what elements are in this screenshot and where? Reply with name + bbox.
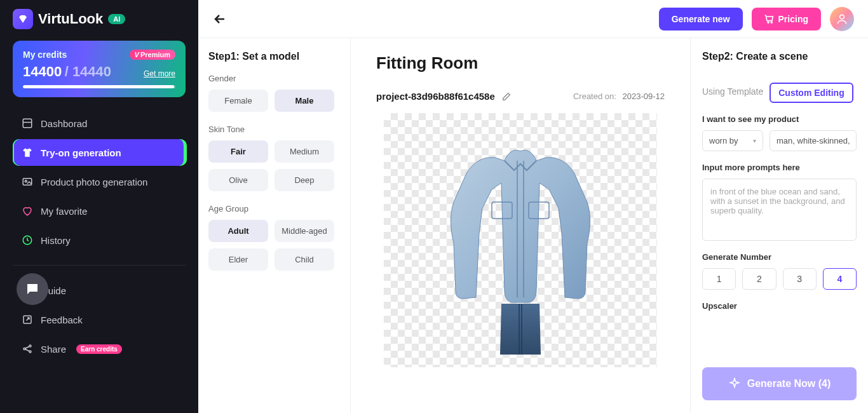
cart-icon	[764, 14, 775, 24]
gender-option-female[interactable]: Female	[208, 90, 268, 112]
sidebar-item-label: History	[41, 235, 71, 246]
sidebar-item-favorite[interactable]: My favorite	[13, 198, 186, 224]
age-option-elder[interactable]: Elder	[208, 248, 268, 271]
gen-number-label: Generate Number	[702, 252, 857, 262]
dashboard-icon	[22, 118, 33, 129]
upscaler-label: Upscaler	[702, 301, 857, 311]
chevron-down-icon: ▾	[753, 137, 756, 144]
generate-new-button[interactable]: Generate new	[659, 8, 743, 30]
premium-badge: VPremium	[130, 50, 175, 60]
skin-label: Skin Tone	[208, 125, 340, 134]
chat-button[interactable]	[17, 273, 48, 305]
pricing-button[interactable]: Pricing	[752, 8, 821, 30]
age-option-middle[interactable]: Middle-aged	[275, 220, 334, 242]
credits-progress	[23, 85, 175, 88]
svg-point-10	[768, 22, 769, 23]
credits-total: 14440	[72, 64, 111, 79]
svg-point-2	[25, 180, 27, 182]
shirt-icon	[22, 147, 33, 158]
svg-point-12	[840, 15, 844, 19]
svg-point-8	[29, 345, 31, 347]
age-option-child[interactable]: Child	[275, 248, 334, 271]
skin-option-medium[interactable]: Medium	[275, 140, 334, 163]
created-on: Created on: 2023-09-12	[573, 91, 665, 101]
gen-num-4[interactable]: 4	[823, 268, 857, 290]
share-icon	[22, 343, 33, 355]
sidebar-item-product[interactable]: Product photo generation	[13, 168, 186, 195]
step2-title: Step2: Create a scene	[702, 51, 857, 62]
edit-icon[interactable]	[501, 91, 512, 102]
skin-option-fair[interactable]: Fair	[208, 140, 268, 163]
sidebar-item-label: Feedback	[41, 315, 83, 325]
age-option-adult[interactable]: Adult	[208, 220, 268, 242]
credits-current: 14400	[23, 64, 62, 79]
brand-name: VirtuLook	[38, 11, 103, 27]
fitting-room-title: Fitting Room	[376, 53, 665, 73]
sidebar-item-label: Dashborad	[41, 118, 87, 129]
avatar[interactable]	[830, 7, 854, 31]
worn-by-select[interactable]: worn by ▾	[702, 130, 763, 151]
logo: VirtuLook AI	[13, 9, 186, 29]
get-more-link[interactable]: Get more	[144, 69, 175, 78]
model-desc-input[interactable]: man, white-skinned,	[770, 130, 857, 151]
sidebar-item-dashboard[interactable]: Dashborad	[13, 110, 186, 137]
clock-icon	[22, 234, 33, 246]
product-image	[419, 126, 622, 355]
see-product-label: I want to see my product	[702, 114, 857, 124]
sidebar-item-label: Product photo generation	[41, 177, 147, 187]
tab-custom-editing[interactable]: Custom Editing	[770, 83, 853, 103]
fitting-canvas[interactable]	[384, 113, 657, 367]
age-label: Age Group	[208, 204, 340, 213]
sidebar-item-feedback[interactable]: Feedback	[13, 306, 186, 333]
heart-icon	[22, 205, 33, 217]
gen-num-2[interactable]: 2	[742, 268, 776, 290]
external-icon	[22, 314, 33, 325]
sidebar-item-label: Try-on generation	[41, 147, 121, 158]
svg-rect-0	[23, 119, 32, 128]
project-name: project-83d96b88f61c458e	[376, 91, 495, 102]
sidebar-item-tryon[interactable]: Try-on generation	[13, 139, 186, 166]
sidebar-item-label: Share	[41, 344, 66, 355]
prompt-textarea[interactable]: in front of the blue ocean and sand, wit…	[702, 179, 857, 241]
sidebar-item-share[interactable]: Share Earn credits	[13, 335, 186, 362]
tab-using-template[interactable]: Using Template	[702, 83, 763, 103]
logo-icon	[13, 9, 33, 29]
credits-card: My credits VPremium 14400 / 14440 Get mo…	[13, 41, 186, 97]
skin-option-olive[interactable]: Olive	[208, 169, 268, 191]
back-button[interactable]	[212, 11, 227, 27]
sidebar-item-label: My favorite	[41, 206, 87, 217]
ai-badge: AI	[108, 14, 125, 24]
credits-label: My credits	[23, 50, 67, 60]
gen-num-3[interactable]: 3	[783, 268, 817, 290]
gender-option-male[interactable]: Male	[275, 90, 334, 112]
sidebar-item-history[interactable]: History	[13, 227, 186, 254]
sparkle-icon	[728, 377, 741, 390]
step1-title: Step1: Set a model	[208, 51, 340, 62]
skin-option-deep[interactable]: Deep	[275, 169, 334, 191]
svg-point-7	[24, 348, 25, 350]
earn-credits-badge: Earn credits	[76, 344, 122, 354]
svg-point-11	[771, 22, 772, 23]
gen-num-1[interactable]: 1	[702, 268, 736, 290]
svg-rect-1	[23, 179, 32, 186]
prompt-label: Input more prompts here	[702, 163, 857, 172]
generate-now-button[interactable]: Generate Now (4)	[702, 367, 857, 400]
svg-point-9	[29, 351, 31, 353]
photo-icon	[22, 176, 33, 187]
gender-label: Gender	[208, 74, 340, 83]
